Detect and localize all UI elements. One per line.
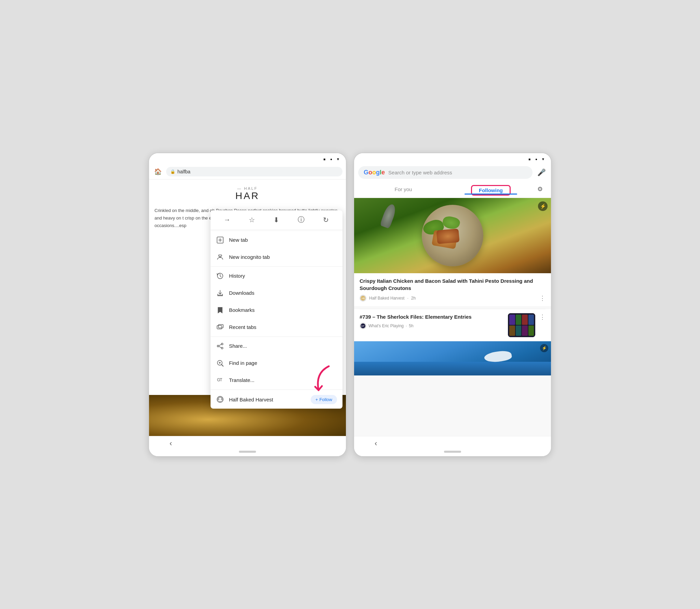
follow-button[interactable]: + Follow bbox=[311, 395, 337, 404]
menu-item-downloads[interactable]: Downloads bbox=[211, 284, 342, 302]
bottom-nav-right: ‹ bbox=[354, 436, 551, 456]
salad-hero-image: ⚡ bbox=[354, 198, 551, 273]
downloads-icon bbox=[216, 289, 224, 297]
svg-rect-18 bbox=[219, 362, 220, 364]
tab-for-you-label: For you bbox=[395, 186, 412, 192]
mic-button[interactable]: 🎤 bbox=[536, 167, 547, 178]
salad-more-button[interactable]: ⋮ bbox=[539, 294, 546, 302]
new-tab-icon bbox=[216, 236, 224, 244]
history-label: History bbox=[229, 273, 337, 279]
feed-item-bottom-image[interactable]: ⚡ bbox=[354, 341, 551, 375]
brand-main: HAR bbox=[154, 190, 340, 201]
sherlock-more-button[interactable]: ⋮ bbox=[539, 313, 546, 321]
bottom-nav-bar-right: ‹ bbox=[354, 436, 551, 449]
status-bar-left: ■ ● ▼ bbox=[149, 153, 346, 164]
sherlock-article-text: #739 – The Sherlock Files: Elementary En… bbox=[360, 313, 504, 329]
svg-text:T: T bbox=[220, 378, 223, 382]
downloads-label: Downloads bbox=[229, 290, 337, 296]
back-button-right[interactable]: ‹ bbox=[375, 439, 377, 448]
svg-point-22 bbox=[219, 398, 221, 400]
share-icon bbox=[216, 342, 224, 350]
url-text: halfba bbox=[177, 169, 190, 174]
search-placeholder: Search or type web address bbox=[388, 170, 527, 175]
bookmark-button[interactable]: ☆ bbox=[245, 213, 259, 227]
feed-items: ⚡ Crispy Italian Chicken and Bacon Salad… bbox=[354, 198, 551, 436]
triangle-icon-right: ▼ bbox=[541, 157, 546, 162]
bookmarks-label: Bookmarks bbox=[229, 307, 337, 313]
sherlock-thumbnail bbox=[508, 313, 535, 337]
salad-article-source: HB Half Baked Harvest · 2h ⋮ bbox=[360, 294, 546, 302]
back-button-left[interactable]: ‹ bbox=[170, 439, 172, 448]
tab-for-you[interactable]: For you bbox=[360, 184, 447, 195]
feed-item-salad[interactable]: ⚡ Crispy Italian Chicken and Bacon Salad… bbox=[354, 198, 551, 306]
salad-separator: · bbox=[407, 296, 408, 301]
menu-item-translate[interactable]: G T Translate... bbox=[211, 372, 342, 389]
svg-point-12 bbox=[221, 347, 223, 349]
translate-label: Translate... bbox=[229, 377, 337, 383]
svg-point-5 bbox=[219, 255, 219, 255]
website-icon bbox=[216, 395, 224, 403]
menu-item-new-incognito-tab[interactable]: New incognito tab bbox=[211, 249, 342, 266]
svg-line-16 bbox=[221, 365, 223, 366]
triangle-icon: ▼ bbox=[336, 157, 340, 162]
website-favicon bbox=[217, 396, 224, 403]
svg-point-10 bbox=[221, 343, 223, 345]
stop-icon-right: ■ bbox=[527, 157, 532, 162]
whats-eric-playing-icon: EP bbox=[360, 322, 366, 329]
feed-settings-button[interactable]: ⚙ bbox=[535, 184, 546, 195]
svg-text:EP: EP bbox=[361, 325, 365, 327]
home-button[interactable]: 🏠 bbox=[152, 166, 163, 177]
svg-text:HB: HB bbox=[362, 297, 365, 300]
lightning-badge-salad: ⚡ bbox=[538, 201, 548, 211]
download-page-button[interactable]: ⬇ bbox=[270, 213, 283, 227]
following-highlight-box: Following bbox=[471, 185, 511, 196]
left-phone: ■ ● ▼ 🏠 🔒 halfba — HALF HAR Crinkled on … bbox=[148, 153, 347, 457]
info-button[interactable]: ⓘ bbox=[294, 213, 308, 227]
brand-header: — HALF HAR bbox=[154, 186, 340, 201]
home-indicator-left bbox=[149, 449, 346, 456]
page-content-left: — HALF HAR Crinkled on the middle, and o… bbox=[149, 180, 346, 436]
menu-item-bookmarks[interactable]: Bookmarks bbox=[211, 302, 342, 319]
salad-article-info: Crispy Italian Chicken and Bacon Salad w… bbox=[354, 273, 551, 306]
incognito-icon bbox=[216, 253, 224, 261]
sherlock-article-title: #739 – The Sherlock Files: Elementary En… bbox=[360, 313, 504, 320]
svg-line-13 bbox=[219, 344, 221, 346]
tab-following-label: Following bbox=[479, 187, 503, 193]
dropdown-top-bar: → ☆ ⬇ ⓘ ↻ bbox=[211, 210, 342, 230]
brand-sub: — HALF bbox=[154, 186, 340, 190]
stop-icon: ■ bbox=[322, 157, 327, 162]
context-menu: → ☆ ⬇ ⓘ ↻ New tab bbox=[211, 210, 342, 409]
refresh-button[interactable]: ↻ bbox=[319, 213, 333, 227]
home-indicator-right bbox=[354, 449, 551, 456]
translate-icon: G T bbox=[216, 376, 224, 384]
share-label: Share... bbox=[229, 343, 337, 349]
search-bar[interactable]: Google Search or type web address bbox=[358, 166, 533, 179]
google-logo: Google bbox=[364, 169, 385, 176]
lightning-badge-bottom: ⚡ bbox=[540, 344, 548, 352]
url-bar[interactable]: 🔒 halfba bbox=[166, 167, 342, 176]
sherlock-separator: · bbox=[406, 323, 407, 328]
status-bar-right: ■ ● ▼ bbox=[354, 153, 551, 164]
forward-button[interactable]: → bbox=[220, 213, 234, 227]
menu-item-follow-site[interactable]: Half Baked Harvest + Follow bbox=[211, 390, 342, 409]
sherlock-article-source: EP What's Eric Playing · 5h bbox=[360, 322, 504, 329]
menu-item-history[interactable]: History bbox=[211, 267, 342, 284]
feed-tabs: For you Following ⚙ bbox=[354, 181, 551, 198]
menu-item-find-in-page[interactable]: Find in page bbox=[211, 355, 342, 372]
recent-tabs-icon bbox=[216, 323, 224, 331]
feed-item-sherlock[interactable]: #739 – The Sherlock Files: Elementary En… bbox=[354, 309, 551, 341]
svg-rect-9 bbox=[218, 325, 223, 328]
bottom-nav-left: ‹ bbox=[149, 436, 346, 456]
lock-icon: 🔒 bbox=[170, 169, 175, 174]
circle-icon-right: ● bbox=[534, 157, 539, 162]
half-baked-harvest-icon: HB bbox=[360, 295, 366, 302]
menu-item-share[interactable]: Share... bbox=[211, 337, 342, 355]
menu-item-recent-tabs[interactable]: Recent tabs bbox=[211, 319, 342, 336]
circle-icon: ● bbox=[329, 157, 334, 162]
menu-item-new-tab[interactable]: New tab bbox=[211, 231, 342, 249]
follow-button-label: Follow bbox=[319, 397, 332, 402]
follow-plus-icon: + bbox=[315, 397, 318, 402]
recent-tabs-label: Recent tabs bbox=[229, 324, 337, 330]
tab-following[interactable]: Following bbox=[447, 186, 535, 192]
new-tab-label: New tab bbox=[229, 237, 337, 243]
